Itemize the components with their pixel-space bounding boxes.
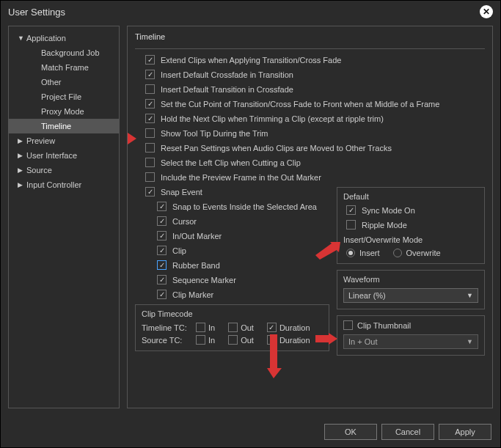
checkbox-icon[interactable] <box>157 202 167 211</box>
checkbox-icon[interactable] <box>145 55 155 65</box>
timecode-out-check[interactable]: Out <box>228 335 254 345</box>
ripple-mode-label: Ripple Mode <box>362 221 407 229</box>
snap-option-check[interactable]: In/Out Marker <box>135 231 329 240</box>
checkbox-icon[interactable] <box>267 335 277 345</box>
sidebar-item-source[interactable]: ▶Source <box>9 163 119 177</box>
timecode-cell-label: Out <box>241 323 254 332</box>
sidebar-item-application[interactable]: ▼Application <box>9 31 119 45</box>
checkbox-icon[interactable] <box>157 260 167 270</box>
checkbox-icon[interactable] <box>157 246 167 255</box>
checkbox-icon[interactable] <box>145 84 155 94</box>
apply-button[interactable]: Apply <box>439 424 491 440</box>
option-label: Insert Default Crossfade in Transition <box>161 70 293 79</box>
option-check[interactable]: Show Tool Tip During the Trim <box>135 128 485 138</box>
sidebar-item-proxy-mode[interactable]: Proxy Mode <box>9 104 119 119</box>
waveform-group: Waveform Linear (%) ▼ <box>337 270 485 309</box>
timecode-dur-check[interactable]: Duration <box>267 323 310 332</box>
tree-arrow-icon: ▼ <box>18 34 24 42</box>
checkbox-icon[interactable] <box>145 187 155 197</box>
snap-event-check[interactable]: Snap Event <box>135 187 329 197</box>
option-check[interactable]: Insert Default Crossfade in Transition <box>135 70 485 79</box>
option-label: Select the Left Clip when Cutting a Clip <box>161 158 301 167</box>
checkbox-icon[interactable] <box>346 205 356 215</box>
button-bar: OK Cancel Apply <box>324 424 491 440</box>
snap-option-check[interactable]: Clip <box>135 246 329 255</box>
checkbox-icon[interactable] <box>157 290 167 299</box>
checkbox-icon[interactable] <box>145 143 155 153</box>
sidebar-item-timeline[interactable]: Timeline <box>9 119 119 133</box>
snap-option-check[interactable]: Sequence Marker <box>135 275 329 284</box>
checkbox-icon[interactable] <box>267 323 277 332</box>
sidebar-item-input-controller[interactable]: ▶Input Controller <box>9 177 119 192</box>
option-check[interactable]: Select the Left Clip when Cutting a Clip <box>135 158 485 167</box>
checkbox-icon[interactable] <box>145 114 155 123</box>
snap-option-check[interactable]: Rubber Band <box>135 260 329 270</box>
option-check[interactable]: Reset Pan Settings when Audio Clips are … <box>135 143 485 153</box>
timecode-out-check[interactable]: Out <box>228 323 254 332</box>
snap-option-label: Sequence Marker <box>172 276 236 284</box>
timecode-row-label: Source TC: <box>142 336 191 345</box>
option-label: Reset Pan Settings when Audio Clips are … <box>161 144 392 153</box>
ripple-mode-check[interactable]: Ripple Mode <box>343 220 478 229</box>
timecode-dur-check[interactable]: Duration <box>267 335 310 345</box>
option-check[interactable]: Include the Preview Frame in the Out Mar… <box>135 172 485 182</box>
cancel-button[interactable]: Cancel <box>381 424 434 440</box>
checkbox-icon[interactable] <box>196 335 205 345</box>
radio-icon[interactable] <box>393 249 402 257</box>
option-check[interactable]: Hold the Next Clip when Trimming a Clip … <box>135 114 485 123</box>
sidebar-item-project-file[interactable]: Project File <box>9 89 119 104</box>
sidebar-item-user-interface[interactable]: ▶User Interface <box>9 148 119 163</box>
timecode-in-check[interactable]: In <box>196 335 215 345</box>
sidebar-item-label: Source <box>26 166 52 175</box>
snap-option-check[interactable]: Cursor <box>135 216 329 226</box>
checkbox-icon[interactable] <box>346 220 356 229</box>
snap-option-label: Clip <box>172 246 186 255</box>
snap-option-label: Snap to Events Inside the Selected Area <box>172 202 317 211</box>
snap-option-label: In/Out Marker <box>172 232 222 240</box>
checkbox-icon[interactable] <box>145 70 155 79</box>
close-button[interactable]: ✕ <box>480 5 493 18</box>
sync-mode-check[interactable]: Sync Mode On <box>343 205 478 215</box>
ok-button[interactable]: OK <box>324 424 377 440</box>
option-check[interactable]: Insert Default Transition in Crossfade <box>135 84 485 94</box>
timecode-in-check[interactable]: In <box>196 323 215 332</box>
waveform-select[interactable]: Linear (%) ▼ <box>343 288 478 303</box>
default-title: Default <box>343 192 478 201</box>
option-check[interactable]: Set the Cut Point of Transition/Cross Fa… <box>135 99 485 109</box>
option-check[interactable]: Extend Clips when Applying Transition/Cr… <box>135 55 485 65</box>
sidebar-item-other[interactable]: Other <box>9 75 119 89</box>
insert-radio[interactable]: Insert <box>346 249 380 257</box>
option-label: Hold the Next Clip when Trimming a Clip … <box>161 114 384 123</box>
sidebar-item-label: Other <box>41 78 62 87</box>
checkbox-icon[interactable] <box>228 335 238 345</box>
sidebar-item-label: Application <box>26 34 66 43</box>
default-group: Default Sync Mode On Ripple Mode Insert/… <box>337 187 485 264</box>
checkbox-icon[interactable] <box>145 158 155 167</box>
waveform-value: Linear (%) <box>348 291 386 300</box>
titlebar: User Settings ✕ <box>1 1 500 23</box>
sidebar-item-match-frame[interactable]: Match Frame <box>9 60 119 75</box>
clip-thumbnail-select[interactable]: In + Out ▼ <box>343 334 478 349</box>
clip-thumbnail-check[interactable] <box>343 320 353 330</box>
sidebar-item-label: Timeline <box>41 122 71 131</box>
sidebar-item-background-job[interactable]: Background Job <box>9 45 119 60</box>
checkbox-icon[interactable] <box>145 128 155 138</box>
overwrite-radio[interactable]: Overwrite <box>393 249 441 257</box>
checkbox-icon[interactable] <box>157 275 167 284</box>
snap-option-check[interactable]: Clip Marker <box>135 290 329 299</box>
option-label: Show Tool Tip During the Trim <box>161 129 268 138</box>
checkbox-icon[interactable] <box>145 99 155 109</box>
checkbox-icon[interactable] <box>228 323 238 332</box>
checkbox-icon[interactable] <box>157 216 167 226</box>
checkbox-icon[interactable] <box>145 172 155 182</box>
tree-arrow-icon: ▶ <box>18 137 23 144</box>
insert-label: Insert <box>359 249 380 257</box>
timecode-row: Timeline TC:InOutDuration <box>142 323 323 332</box>
sidebar-item-label: Match Frame <box>41 63 89 72</box>
radio-icon[interactable] <box>346 249 355 257</box>
sidebar-item-preview[interactable]: ▶Preview <box>9 133 119 148</box>
snap-option-label: Clip Marker <box>172 290 213 299</box>
checkbox-icon[interactable] <box>196 323 205 332</box>
checkbox-icon[interactable] <box>157 231 167 240</box>
snap-option-check[interactable]: Snap to Events Inside the Selected Area <box>135 202 329 211</box>
